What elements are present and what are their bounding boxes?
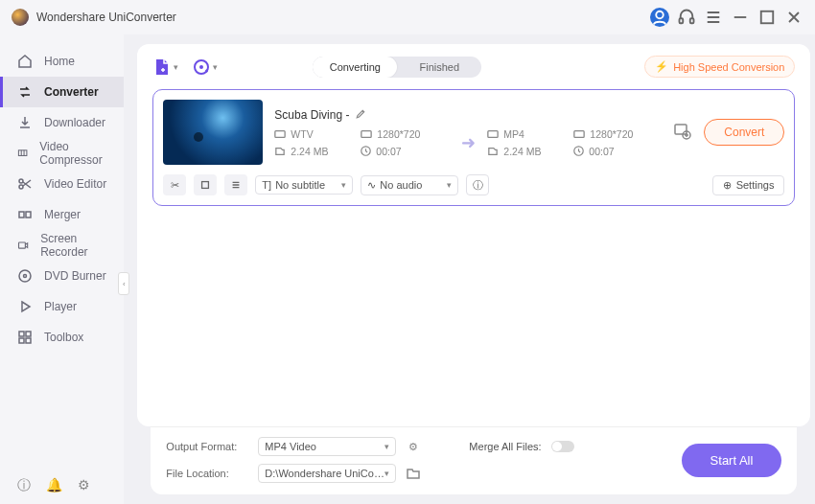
- svg-point-11: [24, 275, 27, 278]
- titlebar: Wondershare UniConverter: [0, 0, 815, 34]
- sidebar-item-label: Screen Recorder: [40, 232, 106, 259]
- source-size: 2.24 MB: [274, 146, 361, 157]
- file-location-label: File Location:: [166, 468, 248, 479]
- svg-rect-19: [361, 130, 371, 137]
- settings-cog-icon[interactable]: ⚙: [78, 477, 90, 494]
- svg-point-0: [656, 11, 664, 19]
- play-icon: [17, 299, 33, 314]
- sidebar-item-converter[interactable]: Converter: [0, 77, 124, 107]
- add-file-button[interactable]: ▾: [152, 57, 178, 77]
- merge-files-label: Merge All Files:: [469, 441, 541, 452]
- output-format-label: Output Format:: [166, 441, 248, 452]
- sidebar-item-label: Downloader: [44, 116, 105, 129]
- sidebar-item-dvd[interactable]: DVD Burner: [0, 261, 124, 291]
- recorder-icon: [17, 238, 29, 253]
- target-format: MP4: [487, 128, 573, 140]
- add-dvd-button[interactable]: ▾: [192, 57, 218, 77]
- sidebar-item-editor[interactable]: Video Editor: [0, 169, 124, 199]
- conversion-item: Scuba Diving - WTV 1280*720 ➜ MP4 128: [152, 89, 795, 206]
- maximize-button[interactable]: [757, 8, 777, 27]
- svg-rect-20: [488, 130, 498, 137]
- sidebar-item-toolbox[interactable]: Toolbox: [0, 322, 124, 353]
- chevron-down-icon: ▾: [384, 469, 389, 478]
- converter-icon: [17, 84, 33, 100]
- item-settings-button[interactable]: ⊕ Settings: [712, 175, 785, 195]
- sidebar-item-merger[interactable]: Merger: [0, 199, 124, 230]
- account-avatar-icon[interactable]: [650, 8, 669, 27]
- svg-rect-9: [19, 242, 26, 248]
- notifications-icon[interactable]: 🔔: [46, 477, 62, 494]
- minimize-button[interactable]: [731, 8, 750, 27]
- sidebar-item-label: Merger: [44, 208, 81, 221]
- output-format-select[interactable]: MP4 Video ▾: [258, 437, 396, 456]
- convert-button[interactable]: Convert: [704, 119, 784, 146]
- sidebar-item-compressor[interactable]: Video Compressor: [0, 138, 124, 169]
- subtitle-icon: T]: [262, 179, 271, 191]
- video-thumbnail[interactable]: [163, 100, 263, 165]
- item-title: Scuba Diving -: [274, 108, 349, 122]
- hamburger-menu-icon[interactable]: [704, 8, 723, 27]
- merge-files-toggle[interactable]: [551, 441, 574, 452]
- toolbar: ▾ ▾ Converting Finished ⚡ High Speed Con…: [152, 56, 795, 78]
- scissors-icon: [17, 176, 33, 192]
- svg-rect-13: [26, 332, 31, 336]
- magnify-icon: ⊕: [723, 179, 732, 192]
- sidebar-item-label: Toolbox: [44, 331, 83, 344]
- sidebar-item-home[interactable]: Home: [0, 46, 124, 77]
- svg-rect-26: [202, 182, 209, 189]
- chevron-down-icon: ▾: [213, 62, 218, 72]
- svg-rect-18: [275, 130, 285, 137]
- app-logo: [12, 9, 29, 26]
- chevron-down-icon: ▾: [447, 180, 452, 190]
- chevron-down-icon: ▾: [174, 62, 178, 72]
- svg-point-6: [19, 185, 23, 189]
- output-settings-gear-icon[interactable]: ⚙: [406, 439, 421, 454]
- svg-rect-21: [574, 130, 584, 137]
- high-speed-conversion-button[interactable]: ⚡ High Speed Conversion: [644, 56, 795, 78]
- arrow-icon: ➜: [449, 132, 487, 153]
- sidebar-item-recorder[interactable]: Screen Recorder: [0, 230, 124, 261]
- sidebar-item-label: Video Compressor: [39, 140, 106, 167]
- svg-rect-1: [680, 18, 684, 23]
- file-location-select[interactable]: D:\Wondershare UniConverter ▾: [258, 464, 396, 483]
- svg-rect-2: [690, 18, 694, 23]
- output-settings-icon[interactable]: [673, 122, 692, 144]
- tab-finished[interactable]: Finished: [397, 57, 481, 78]
- subtitle-dropdown[interactable]: T] No subtitle ▾: [255, 175, 353, 195]
- open-folder-icon[interactable]: [406, 466, 421, 481]
- sidebar-collapse-handle[interactable]: ‹: [118, 272, 129, 295]
- start-all-button[interactable]: Start All: [682, 444, 782, 477]
- tab-switcher: Converting Finished: [313, 57, 481, 78]
- trim-button[interactable]: ✂: [163, 174, 186, 195]
- dvd-icon: [17, 268, 33, 284]
- app-title: Wondershare UniConverter: [36, 11, 176, 24]
- close-button[interactable]: [784, 8, 803, 27]
- svg-rect-24: [675, 125, 687, 134]
- crop-button[interactable]: [194, 174, 217, 195]
- support-icon[interactable]: [677, 8, 696, 27]
- home-icon: [17, 54, 33, 69]
- svg-rect-4: [18, 150, 26, 156]
- info-button[interactable]: ⓘ: [466, 174, 489, 195]
- source-resolution: 1280*720: [361, 128, 449, 140]
- audio-dropdown[interactable]: ∿ No audio ▾: [361, 175, 458, 195]
- help-icon[interactable]: ⓘ: [17, 477, 31, 494]
- target-resolution: 1280*720: [573, 128, 662, 140]
- target-duration: 00:07: [573, 146, 662, 157]
- merger-icon: [17, 207, 33, 222]
- sidebar-item-label: DVD Burner: [44, 269, 106, 283]
- chevron-down-icon: ▾: [341, 180, 346, 190]
- chevron-down-icon: ▾: [384, 442, 389, 451]
- tab-converting[interactable]: Converting: [313, 57, 397, 78]
- audio-icon: ∿: [367, 179, 376, 192]
- svg-point-10: [19, 270, 31, 282]
- sidebar-item-downloader[interactable]: Downloader: [0, 107, 124, 138]
- bolt-icon: ⚡: [655, 60, 668, 73]
- source-duration: 00:07: [361, 146, 449, 157]
- svg-point-5: [19, 179, 23, 183]
- svg-rect-14: [19, 338, 24, 343]
- more-actions-button[interactable]: [224, 174, 247, 195]
- edit-title-icon[interactable]: [355, 108, 366, 123]
- sidebar-item-player[interactable]: Player: [0, 291, 124, 322]
- svg-rect-3: [761, 11, 774, 24]
